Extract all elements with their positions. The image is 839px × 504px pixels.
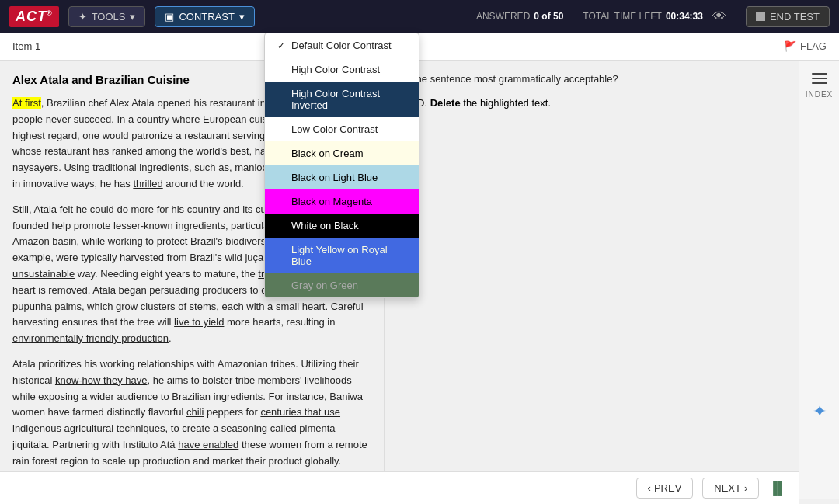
item-label: Item 1 [12, 40, 40, 52]
next-button[interactable]: NEXT › [702, 478, 759, 499]
answered-stat: ANSWERED 0 of 50 [476, 11, 563, 22]
flag-button[interactable]: 🚩 FLAG [784, 40, 827, 52]
flag-icon: 🚩 [784, 40, 796, 52]
time-stat: TOTAL TIME LEFT 00:34:33 [583, 11, 703, 22]
contrast-option-white-black[interactable]: ✓ White on Black [265, 214, 419, 238]
contrast-button[interactable]: ▣ CONTRAST ▾ [155, 6, 255, 27]
tools-chevron-icon: ▾ [130, 11, 135, 23]
underline-have-enabled: have enabled [178, 439, 238, 450]
prev-chevron-icon: ‹ [648, 482, 651, 494]
underline-environmentally: environmentally friendly production [12, 332, 169, 344]
contrast-chevron-icon: ▾ [239, 11, 245, 23]
underline-thrilled: thrilled [133, 178, 162, 189]
accessibility-icon[interactable]: 👁 [712, 9, 726, 25]
right-sidebar: INDEX ✦ [799, 61, 839, 499]
hamburger-button[interactable] [806, 67, 834, 90]
checkmark-default: ✓ [277, 40, 285, 51]
contrast-option-high[interactable]: ✓ High Color Contrast [265, 57, 419, 82]
underline-live-to: live to yield [174, 316, 224, 328]
navbar: ACT® ✦ TOOLS ▾ ▣ CONTRAST ▾ ANSWERED 0 o… [0, 0, 839, 33]
main-panels: Alex Atala and Brazilian Cuisine At firs… [0, 61, 839, 499]
underline-centuries: centuries that use [260, 406, 340, 418]
underline-know-how: know-how they have [55, 374, 148, 386]
contrast-option-high-inverted[interactable]: ✓ High Color Contrast Inverted [265, 82, 419, 117]
contrast-option-low[interactable]: ✓ Low Color Contrast [265, 117, 419, 141]
bottom-bar: ‹ PREV NEXT › ▐▌ [0, 471, 799, 504]
prev-button[interactable]: ‹ PREV [636, 478, 694, 499]
answer-option-d: D. Delete the highlighted text. [397, 97, 786, 110]
hamburger-line-2 [812, 78, 827, 79]
act-logo: ACT® [9, 6, 59, 27]
contrast-icon: ▣ [165, 11, 174, 23]
signal-strength-icon: ▐▌ [768, 481, 786, 495]
help-dots-button[interactable]: ✦ [813, 401, 827, 422]
nav-divider-1 [573, 9, 573, 24]
item-header: Item 1 🚩 FLAG [0, 33, 839, 61]
question-text: tes the sentence most grammatically acce… [397, 73, 786, 85]
underline-chili: chili [186, 406, 204, 418]
next-chevron-icon: › [744, 482, 747, 494]
contrast-option-black-lightblue[interactable]: ✓ Black on Light Blue [265, 165, 419, 189]
tools-button[interactable]: ✦ TOOLS ▾ [68, 6, 146, 27]
hamburger-line-1 [812, 73, 827, 75]
underline-unsustainable: unsustainable [12, 268, 75, 280]
hamburger-line-3 [812, 82, 827, 84]
contrast-dropdown: ✓ Default Color Contrast ✓ High Color Co… [264, 33, 420, 298]
contrast-option-black-magenta[interactable]: ✓ Black on Magenta [265, 189, 419, 214]
nav-divider-2 [736, 9, 736, 24]
passage-paragraph-3: Atala prioritizes his working relationsh… [12, 356, 371, 470]
tools-icon: ✦ [78, 11, 87, 23]
contrast-option-black-cream[interactable]: ✓ Black on Cream [265, 141, 419, 165]
contrast-option-default[interactable]: ✓ Default Color Contrast [265, 33, 419, 57]
contrast-option-gray-green[interactable]: ✓ Gray on Green [265, 273, 419, 297]
stop-icon [756, 12, 765, 21]
index-label: INDEX [806, 90, 834, 99]
end-test-button[interactable]: END TEST [746, 6, 830, 27]
contrast-option-lightyellow-royalblue[interactable]: ✓ Light Yellow on Royal Blue [265, 238, 419, 273]
highlight-at-first: At first [12, 97, 41, 109]
underline-still: Still, Atala felt he could do more for h… [12, 203, 290, 215]
question-panel: tes the sentence most grammatically acce… [385, 61, 799, 499]
